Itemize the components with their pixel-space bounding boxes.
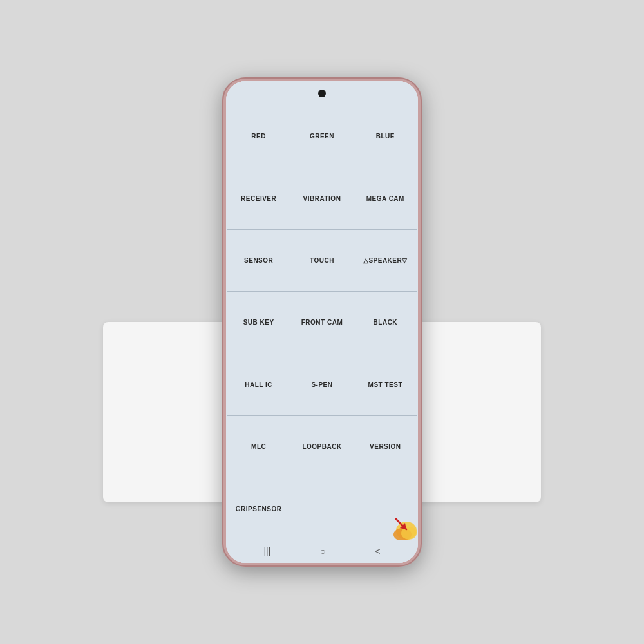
- cell-empty-9[interactable]: [354, 478, 417, 540]
- cell-version[interactable]: VERSION: [354, 416, 417, 477]
- cell-front-cam[interactable]: FRONT CAM: [290, 292, 353, 353]
- cell-red[interactable]: RED: [227, 106, 290, 167]
- cell-loopback[interactable]: LOOPBACK: [290, 416, 353, 477]
- cell-blue[interactable]: BLUE: [354, 106, 417, 167]
- scene: RED GREEN BLUE RECEIVER VIBRATION: [0, 0, 644, 644]
- cell-mega-cam[interactable]: MEGA CAM: [354, 167, 417, 229]
- cell-sensor[interactable]: SENSOR: [227, 230, 290, 291]
- cell-receiver[interactable]: RECEIVER: [227, 167, 290, 229]
- cell-speaker[interactable]: △SPEAKER▽: [354, 230, 417, 291]
- home-icon[interactable]: ○: [320, 546, 325, 556]
- cell-mst-test[interactable]: MST TEST: [354, 354, 417, 415]
- cell-empty-8[interactable]: [290, 478, 353, 540]
- app-grid: RED GREEN BLUE RECEIVER VIBRATION: [227, 106, 417, 540]
- recent-apps-icon[interactable]: |||: [263, 546, 270, 556]
- camera-bar: [226, 81, 418, 106]
- cell-s-pen[interactable]: S-PEN: [290, 354, 353, 415]
- back-icon[interactable]: <: [375, 546, 380, 556]
- phone-inner: RED GREEN BLUE RECEIVER VIBRATION: [226, 81, 418, 563]
- cell-mlc[interactable]: MLC: [227, 416, 290, 477]
- cell-touch[interactable]: TOUCH: [290, 230, 353, 291]
- cell-green[interactable]: GREEN: [290, 106, 353, 167]
- cell-gripsensor[interactable]: GRIPSENSOR: [227, 478, 290, 540]
- nav-bar: ||| ○ <: [226, 540, 418, 563]
- cell-black[interactable]: BLACK: [354, 292, 417, 353]
- screen: RED GREEN BLUE RECEIVER VIBRATION: [226, 81, 418, 563]
- cell-sub-key[interactable]: SUB KEY: [227, 292, 290, 353]
- cell-hall-ic[interactable]: HALL IC: [227, 354, 290, 415]
- phone-shell: RED GREEN BLUE RECEIVER VIBRATION: [222, 77, 422, 567]
- camera-dot: [318, 90, 326, 97]
- flame-graphic: [383, 506, 417, 540]
- cell-vibration[interactable]: VIBRATION: [290, 167, 353, 229]
